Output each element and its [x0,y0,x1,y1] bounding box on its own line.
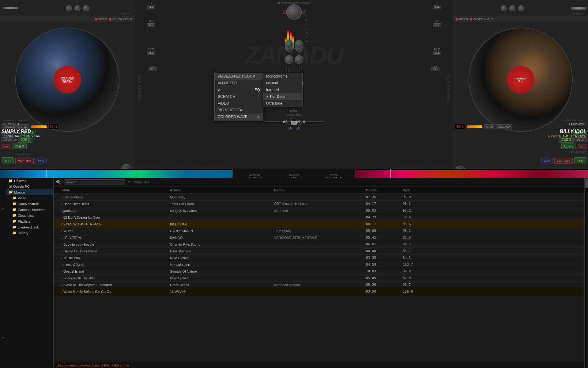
submenu-per-deck[interactable]: ✓ Per Deck [263,93,302,100]
col-header-artist[interactable]: Artista [170,188,274,192]
sidebar-item-content-unlimited[interactable]: 📁 Content Unlimited [6,207,53,213]
knob-left-3[interactable] [83,5,89,11]
mid-eq-right[interactable] [295,40,303,48]
table-row[interactable]: ♪WHY? CARLY SIMON 12 Inch Mix 08:00 95.1 [54,228,584,234]
context-menu-vu-meter[interactable]: VU-METER [215,80,263,86]
sidebar-item-video[interactable]: 📁 Video [6,195,53,201]
table-row[interactable]: ♪LEI VERRA' MANGO VERSIONE STRUMENTALE 0… [54,234,584,241]
context-menu-big-video[interactable]: BIG VIDEO/FX [215,107,263,113]
context-menu-colored-wave[interactable]: COLORED WAVE ▶ [215,113,263,120]
reset-indicator-right [456,18,458,21]
folder-icon-content: 📁 [12,208,17,212]
gain-btn-right[interactable]: GAIN [484,124,495,129]
start-stop-btn-right[interactable]: start - stop [554,158,573,164]
unload-btn-left[interactable]: UNLOAD [2,124,17,129]
kill-hi-right[interactable]: KILL [433,5,441,9]
sidebar-item-livefeedback[interactable]: 📁 LiveFeedback [6,224,53,230]
kill-mid-right[interactable]: KILL [433,23,441,27]
track-artist-7: MANGO [170,236,274,240]
right-turntable: Technics RESET COVER IN/OUT [453,0,588,178]
hi-label-left: HI [150,2,152,4]
knob-right-3[interactable] [518,5,524,11]
context-menu-scratch[interactable]: SCRATCH [215,93,263,100]
submenu-ultra-blue[interactable]: Ultra Blue [263,100,302,107]
table-row[interactable]: ♪Comanchero Moon Ray 07:35 95.9 [54,194,584,201]
sidebar-item-musica[interactable]: 📂 Musica [6,189,53,195]
start-stop-btn-left[interactable]: start - stop [15,158,34,164]
table-row[interactable]: ♪Slave To The Rhythm (Extended Grace Jon… [54,282,584,288]
track-remix-6: 12 Inch Mix [274,229,366,233]
sync-btn-left[interactable]: sync [35,158,47,163]
sidebar-item-cloud-lists[interactable]: 📁 Cloud Lists [6,213,53,218]
unload-btn-right[interactable]: UNLOAD [496,124,512,129]
track-duration-11: 04:50 [366,263,403,266]
col-header-duration[interactable]: Durata [366,188,403,192]
scrollbar-right[interactable] [584,178,588,368]
submenu-neutral[interactable]: Neutral [263,80,302,86]
track-title-1: ♪Comanchero [54,195,170,199]
context-menu-eq[interactable]: ✓ EQ [215,86,263,93]
table-row[interactable]: ♪Dance On The Groove Funk Machine 08:00 … [54,248,584,255]
vinyl-right[interactable]: GREATESTHITS [469,28,573,132]
browser-zoom-label: BROWSER/ZOOM MASTER [276,2,312,4]
rec-btn-left[interactable]: REC [2,144,11,149]
sidebar-item-history[interactable]: 📁 History [6,230,53,236]
submenu: Monochrome Neutral Infrared ✓ Per Deck U… [263,73,303,107]
knob-right-1[interactable] [501,5,507,11]
nav-up-arrow[interactable]: ▲ [1,206,5,210]
cue-main-btn-left[interactable]: cue [2,157,14,164]
table-row[interactable]: ♪Head Over Heels Tears For Fears OST Фюэ… [54,201,584,207]
eq-checkmark: ✓ [218,88,220,92]
col-header-title[interactable]: Titolo [54,188,170,192]
table-row-playing[interactable]: ♪EYES WITHOUT A FACE BILLY IDOL 04:11 85… [54,221,584,228]
kill-eq-left[interactable]: KILL [149,67,156,71]
search-input[interactable] [64,179,125,185]
table-row[interactable]: ♪In The Pool Mike Oldfield 03:35 84.1 [54,255,584,261]
col-header-remix[interactable]: Remix [274,188,366,192]
bpm-display-right: 85.6 [455,124,465,129]
track-duration-8: 06:01 [366,242,403,246]
vinyl-left[interactable]: SIMPLY REDTHE VERYBEST OF [15,28,119,132]
technics-label-left: Technics [118,12,130,16]
table-row[interactable]: ♪jamboree naughty by nature extended 05:… [54,207,584,214]
cue3-btn-right[interactable]: CUE-3 [561,144,576,149]
track-duration-15: 03:50 [366,289,403,293]
cue3-btn-left[interactable]: CUE-3 [12,144,27,149]
table-row[interactable]: ♪Body to body boogie Orlando Riva Sound … [54,241,584,248]
submenu-monochrome[interactable]: Monochrome [263,73,302,80]
right-pitch-slider[interactable] [571,7,586,10]
sidebar-item-questo-pc[interactable]: 🖥 Questo PC [6,184,53,189]
knob-right-2[interactable] [509,5,515,11]
table-row[interactable]: ♪02 Don't Dream It's Over 04:23 79.6 [54,214,584,221]
submenu-infrared[interactable]: Infrared [263,86,302,93]
sync-btn-right[interactable]: sync [541,158,553,163]
knob-left-2[interactable] [74,5,81,11]
mid-eq-left[interactable] [285,40,293,48]
sidebar-item-campionatore[interactable]: 📁 Campionatore [6,201,53,207]
context-menu-video[interactable]: VIDEO [215,100,263,107]
kill-mid-left[interactable]: KILL [147,23,155,27]
rec-btn-right[interactable]: REC [577,144,586,149]
knob-left-1[interactable] [66,5,72,11]
low-eq-right[interactable] [295,55,303,64]
table-row[interactable]: ♪music & lights immagination 04:50 103.7 [54,261,584,268]
nav-down-arrow[interactable]: ▼ [1,335,5,340]
track-title-13: ♪Shadow On The Wall [54,276,170,280]
search-icon: 🔍 [56,180,61,185]
col-header-bpm[interactable]: Bpm [403,188,433,192]
table-row[interactable]: ♪Gospel Island Sounds Of Nature 10:03 88… [54,268,584,275]
cue-main-btn-right[interactable]: cue [574,157,586,164]
kill-hi-left[interactable]: KILL [147,5,155,9]
table-row[interactable]: ♪Shadow On The Wall Mike Oldfield 05:09 … [54,275,584,282]
track-artist-1: Moon Ray [170,195,274,199]
track-duration-4: 04:23 [366,215,403,219]
table-row-highlighted[interactable]: ♪Wake Me Up Before You Go-Go 16 WHAM! 03… [54,288,584,295]
sidebar-item-playlists[interactable]: 📁 Playlists [6,218,53,224]
gain-btn-left[interactable]: GAIN [18,124,29,129]
low-eq-left[interactable] [285,55,293,64]
kill-low-right[interactable]: KILL [433,51,441,55]
track-artist-8: Orlando Riva Sound [170,243,274,246]
kill-eq-right[interactable]: KILL [432,67,439,71]
kill-low-left[interactable]: KILL [147,51,155,55]
sidebar-item-desktop[interactable]: 📁 Desktop [6,178,53,184]
